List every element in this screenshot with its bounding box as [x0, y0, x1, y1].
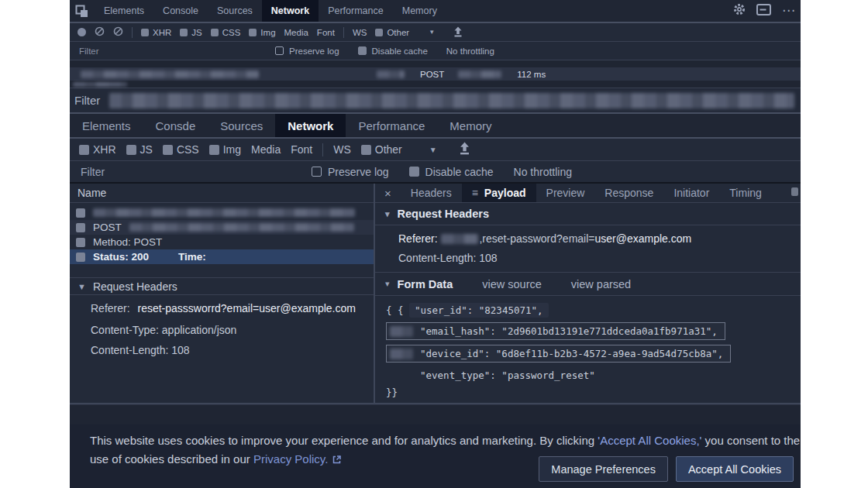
filter-chip-other[interactable]: Other: [375, 28, 409, 37]
request-method: POST: [420, 70, 444, 79]
filter-input[interactable]: [79, 165, 305, 179]
preserve-log-label: Preserve log: [289, 46, 339, 56]
devtools-screenshot: Elements Console Sources Network Perform…: [70, 0, 801, 488]
close-braces: }}: [386, 387, 801, 398]
disable-cache-checkbox[interactable]: [358, 46, 367, 55]
banner-buttons: Manage Preferences Accept All Cookies: [539, 456, 794, 482]
banner-text-line1: This website uses cookies to improve you…: [90, 431, 793, 450]
filter-chip-css[interactable]: CSS: [211, 28, 241, 37]
preserve-log-checkbox[interactable]: [275, 46, 284, 55]
toolbar-divider: [322, 143, 323, 156]
payload-line-event-type: "event_type": "password_reset": [386, 369, 801, 381]
detail-tab-payload[interactable]: ≡ Payload: [462, 184, 536, 202]
network-toolbar: XHR JS CSS Img Media Font WS Other ▼: [70, 139, 801, 161]
payload-line-device-id[interactable]: "device_id": "6d8ef11b-b2b3-4572-a9ea-9a…: [386, 345, 731, 363]
redacted-type: [458, 70, 501, 78]
filter-chip-js[interactable]: JS: [180, 28, 202, 37]
tab-network[interactable]: Network: [275, 114, 346, 137]
filter-chip-media[interactable]: Media: [284, 28, 308, 37]
filter-chip-ws[interactable]: WS: [353, 28, 367, 37]
close-icon[interactable]: ×: [375, 187, 401, 200]
import-har-icon[interactable]: [458, 142, 471, 157]
filter-label: Filter: [74, 94, 100, 107]
mini-tab-performance[interactable]: Performance: [319, 0, 393, 22]
record-icon[interactable]: [78, 28, 86, 36]
request-row-status-selected[interactable]: Status: 200 Time:: [70, 249, 374, 264]
filter-chip-xhr[interactable]: XHR: [79, 143, 116, 156]
checkbox-icon: [126, 145, 136, 155]
detail-tab-initiator[interactable]: Initiator: [663, 184, 719, 202]
detail-tab-timing[interactable]: Timing: [719, 184, 772, 202]
checkbox-icon: [211, 29, 219, 36]
network-content: Name POST Method: POST Status: 200 Time:: [70, 184, 801, 404]
gear-icon[interactable]: [733, 3, 746, 19]
filter-chip-img[interactable]: Img: [209, 143, 241, 156]
request-row-2[interactable]: POST: [70, 220, 374, 235]
accept-cookies-inline-link[interactable]: 'Accept All Cookies,': [598, 434, 701, 447]
mini-tab-network[interactable]: Network: [262, 0, 319, 22]
accept-all-cookies-button[interactable]: Accept All Cookies: [676, 456, 794, 482]
payload-line-email-hash[interactable]: "email_hash": "2d9601bd13191e771ddceda0a…: [386, 322, 725, 340]
filter-chip-font[interactable]: Font: [317, 28, 335, 37]
mini-request-row[interactable]: POST 112 ms: [70, 67, 801, 81]
mini-tab-elements[interactable]: Elements: [95, 0, 153, 22]
tab-sources[interactable]: Sources: [208, 114, 275, 137]
tab-console[interactable]: Consde: [143, 114, 208, 137]
filter-chip-img[interactable]: Img: [249, 28, 275, 37]
redacted-filter-value[interactable]: [109, 93, 794, 108]
disable-cache-checkbox[interactable]: [409, 167, 419, 177]
privacy-policy-link[interactable]: Privacy Policy.: [253, 452, 328, 466]
mini-tab-console[interactable]: Console: [153, 0, 208, 22]
redacted-referer-host: [441, 234, 478, 244]
filter-chip-other[interactable]: Other: [361, 143, 402, 156]
view-source-link[interactable]: view source: [482, 278, 542, 290]
import-har-icon[interactable]: [453, 26, 463, 39]
block-icon[interactable]: [113, 26, 123, 38]
mini-tab-sources[interactable]: Sources: [208, 0, 262, 22]
detail-tab-preview[interactable]: Preview: [536, 184, 595, 202]
referer-header-line: Referer: reset-passsworrd?email=user@exa…: [70, 302, 374, 314]
request-row-method[interactable]: Method: POST: [70, 235, 374, 249]
redacted-status: [377, 70, 405, 78]
tab-elements[interactable]: Elements: [70, 114, 143, 137]
mini-tabbar-actions: ⋯: [733, 0, 796, 22]
filter-chip-css[interactable]: CSS: [163, 143, 199, 156]
hamburger-icon: ≡: [472, 187, 478, 199]
chevron-down-icon[interactable]: ▼: [429, 146, 437, 154]
request-row-1[interactable]: [70, 205, 374, 220]
more-menu-icon[interactable]: ⋯: [782, 7, 796, 15]
name-column-header[interactable]: Name: [70, 184, 374, 203]
detail-tab-response[interactable]: Response: [594, 184, 663, 202]
device-toolbar-icon[interactable]: [75, 5, 88, 18]
preserve-log-checkbox[interactable]: [312, 167, 322, 177]
filter-chip-ws[interactable]: WS: [333, 143, 351, 156]
detail-tab-headers[interactable]: Headers: [401, 184, 462, 202]
clear-icon[interactable]: [95, 26, 105, 38]
form-data-title[interactable]: Form Data: [398, 278, 453, 290]
scrollbar-thumb[interactable]: [791, 187, 798, 196]
checkbox-icon: [361, 145, 371, 155]
tab-performance[interactable]: Performance: [346, 114, 437, 137]
payload-json: { { "user_id": "82345071", "email_hash":…: [375, 296, 801, 398]
manage-preferences-button[interactable]: Manage Preferences: [539, 456, 668, 482]
filter-chip-xhr[interactable]: XHR: [141, 28, 171, 37]
chevron-down-icon[interactable]: ▼: [429, 29, 435, 36]
filter-chip-font[interactable]: Font: [291, 143, 312, 156]
filter-chip-media[interactable]: Media: [251, 143, 281, 156]
request-headers-section[interactable]: ▾ Request Headers: [375, 203, 801, 225]
tab-memory[interactable]: Memory: [437, 114, 504, 137]
external-link-icon: [332, 452, 342, 470]
dock-side-icon[interactable]: [756, 4, 771, 19]
throttling-select[interactable]: No throttling: [514, 166, 572, 178]
checkbox-icon: [141, 29, 149, 36]
resource-icon: [76, 223, 85, 232]
view-parsed-link[interactable]: view parsed: [571, 278, 631, 290]
mini-tab-memory[interactable]: Memory: [393, 0, 446, 22]
request-headers-section[interactable]: ▼ Request Headers: [70, 277, 374, 295]
filter-input[interactable]: [78, 46, 270, 57]
throttling-select[interactable]: No throttling: [446, 46, 494, 56]
mini-network-toolbar: XHR JS CSS Img Media Font WS Other ▼: [70, 23, 801, 42]
content-length-line: Content-Length: 108: [70, 344, 374, 356]
referer-header-line: Referer: ,reset-password?email=user@exam…: [375, 232, 801, 245]
filter-chip-js[interactable]: JS: [126, 143, 153, 156]
